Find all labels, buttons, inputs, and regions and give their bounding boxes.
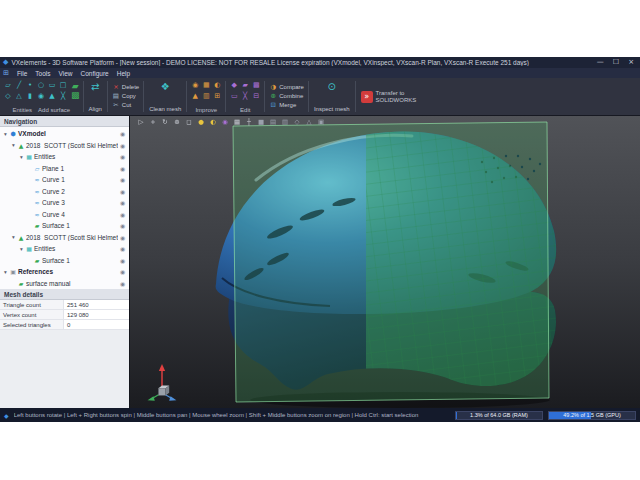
visibility-eye-icon[interactable]: ◉ (118, 222, 127, 229)
extend-icon[interactable]: ▩ (251, 80, 261, 90)
visibility-eye-icon[interactable]: ◉ (118, 257, 127, 264)
tree-expander-icon[interactable]: ▾ (2, 269, 9, 275)
minimize-button[interactable]: — (594, 58, 607, 67)
menu-help[interactable]: Help (113, 70, 134, 77)
tree-item-surface-manual[interactable]: ▰surface manual◉ (0, 278, 129, 290)
compare-button[interactable]: ◑Compare (269, 84, 304, 91)
tree-item-references[interactable]: ▾▣References◉ (0, 266, 129, 278)
cone-icon[interactable]: ▲ (47, 91, 57, 101)
tree-item-surface-1[interactable]: ▰Surface 1◉ (0, 220, 129, 232)
visibility-eye-icon[interactable]: ◉ (118, 153, 127, 160)
edit-group-label[interactable]: Edit (229, 107, 261, 114)
combine-button[interactable]: ⊕Combine (269, 93, 304, 100)
merge-button[interactable]: ⊟Merge (269, 102, 304, 109)
copy-button[interactable]: ▤Copy (112, 93, 139, 100)
cross-section-icon[interactable]: ╳ (58, 91, 68, 101)
visibility-eye-icon[interactable]: ◉ (118, 165, 127, 172)
tree-expander-icon[interactable]: ▾ (18, 154, 25, 160)
perspective-toggle-icon[interactable]: △ (304, 117, 314, 127)
visibility-eye-icon[interactable]: ◉ (118, 188, 127, 195)
tree-item-curve-3[interactable]: ≈Curve 3◉ (0, 197, 129, 209)
tree-item-curve-2[interactable]: ≈Curve 2◉ (0, 186, 129, 198)
tree-item-surface-1[interactable]: ▰Surface 1◉ (0, 255, 129, 267)
align-button[interactable]: ⇄Align (86, 79, 105, 114)
rotate-view-icon[interactable]: ↻ (160, 117, 170, 127)
offset-icon[interactable]: ▭ (229, 91, 239, 101)
visibility-eye-icon[interactable]: ◉ (118, 142, 127, 149)
tree-item-curve-1[interactable]: ≈Curve 1◉ (0, 174, 129, 186)
visibility-eye-icon[interactable]: ◉ (118, 176, 127, 183)
grid-toggle-icon[interactable]: ▦ (232, 117, 242, 127)
cylinder-icon[interactable]: ▮ (25, 91, 35, 101)
tree-item-entities[interactable]: ▾▦Entities◉ (0, 243, 129, 255)
visibility-eye-icon[interactable]: ◉ (118, 245, 127, 252)
polygon-icon[interactable]: ◇ (3, 91, 13, 101)
helmet-3d-scene[interactable] (130, 116, 640, 408)
tree-item-curve-4[interactable]: ≈Curve 4◉ (0, 209, 129, 221)
fit-surface-icon[interactable]: ▰ (71, 82, 80, 90)
smooth-mesh-icon[interactable]: ◐ (212, 80, 222, 90)
iso-view-icon[interactable]: ◇ (292, 117, 302, 127)
cut-mesh-icon[interactable]: ◆ (229, 80, 239, 90)
visibility-eye-icon[interactable]: ◉ (118, 268, 127, 275)
sharpen-icon[interactable]: ⊞ (212, 91, 222, 101)
tree-item-2018-scott-scott-ski-helmet[interactable]: ▾▲2018_SCOTT (Scott Ski Helmet)◉ (0, 140, 129, 152)
line-icon[interactable]: ╱ (14, 80, 24, 90)
viewport-3d[interactable]: ▷+↻⊕◻●◐◉▦┼■▤▥◇△▣ (130, 116, 640, 408)
delete-button[interactable]: ×Delete (112, 84, 139, 91)
entities-group-label[interactable]: Entities (12, 107, 32, 114)
menu-configure[interactable]: Configure (77, 70, 113, 77)
tree-expander-icon[interactable]: ▾ (10, 142, 17, 148)
point-icon[interactable]: • (25, 80, 35, 90)
bridge-icon[interactable]: ▰ (240, 80, 250, 90)
close-button[interactable]: × (625, 58, 637, 67)
front-view-icon[interactable]: ■ (256, 117, 266, 127)
triangle-icon[interactable]: △ (14, 91, 24, 101)
menu-view[interactable]: View (55, 70, 77, 77)
rectangle-icon[interactable]: □ (58, 80, 68, 90)
tree-item-plane-1[interactable]: ▱Plane 1◉ (0, 163, 129, 175)
right-view-icon[interactable]: ▥ (280, 117, 290, 127)
screenshot-icon[interactable]: ▣ (316, 117, 326, 127)
tree-expander-icon[interactable]: ▾ (18, 246, 25, 252)
plane-icon[interactable]: ▱ (3, 80, 13, 90)
circle-icon[interactable]: ○ (36, 80, 46, 90)
maximize-button[interactable]: ☐ (610, 58, 622, 67)
orientation-triad[interactable] (144, 360, 180, 402)
flip-icon[interactable]: ╳ (240, 91, 250, 101)
texture-view-icon[interactable]: ◉ (220, 117, 230, 127)
inspect-mesh-button[interactable]: ⊙Inspect mesh (311, 79, 353, 114)
boolean-icon[interactable]: ⊟ (251, 91, 261, 101)
tree-expander-icon[interactable]: ▾ (10, 234, 17, 240)
fill-holes-icon[interactable]: ◉ (190, 80, 200, 90)
sphere-icon[interactable]: ◉ (36, 91, 46, 101)
improve-group-label[interactable]: Improve (190, 107, 222, 114)
visibility-eye-icon[interactable]: ◉ (118, 234, 127, 241)
add-surface-group-label[interactable]: Add surface (38, 107, 70, 114)
tree-item-vxmodel[interactable]: ▾⬢VXmodel◉ (0, 128, 129, 140)
decimate-icon[interactable]: ▲ (190, 91, 200, 101)
defeature-icon[interactable]: ▦ (201, 80, 211, 90)
menu-tools[interactable]: Tools (31, 70, 54, 77)
visibility-eye-icon[interactable]: ◉ (118, 199, 127, 206)
pan-icon[interactable]: + (148, 117, 158, 127)
slot-icon[interactable]: ▭ (47, 80, 57, 90)
transfer-solidworks-button[interactable]: »Transfer to SOLIDWORKS (358, 79, 421, 114)
fit-view-icon[interactable]: ◻ (184, 117, 194, 127)
boundary-surface-icon[interactable]: ▩ (71, 91, 80, 99)
menu-file[interactable]: File (13, 70, 31, 77)
visibility-eye-icon[interactable]: ◉ (118, 280, 127, 287)
axes-toggle-icon[interactable]: ┼ (244, 117, 254, 127)
visibility-eye-icon[interactable]: ◉ (118, 130, 127, 137)
shaded-view-icon[interactable]: ● (196, 117, 206, 127)
apps-grid-icon[interactable]: ⊞ (3, 69, 9, 77)
top-view-icon[interactable]: ▤ (268, 117, 278, 127)
clean-mesh-button[interactable]: ❖Clean mesh (146, 79, 184, 114)
remesh-icon[interactable]: ▥ (201, 91, 211, 101)
wireframe-view-icon[interactable]: ◐ (208, 117, 218, 127)
tree-expander-icon[interactable]: ▾ (2, 131, 9, 137)
visibility-eye-icon[interactable]: ◉ (118, 211, 127, 218)
cut-button[interactable]: ✂Cut (112, 102, 139, 109)
zoom-icon[interactable]: ⊕ (172, 117, 182, 127)
select-icon[interactable]: ▷ (136, 117, 146, 127)
